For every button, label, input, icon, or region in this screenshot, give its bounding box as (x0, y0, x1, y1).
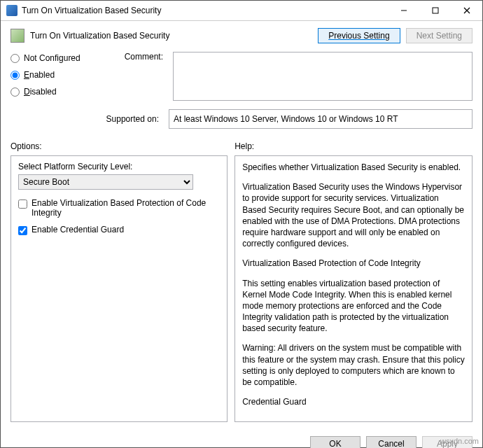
radio-not-configured[interactable]: Not Configured (10, 53, 94, 63)
footer: OK Cancel Apply (1, 429, 482, 448)
options-panel: Select Platform Security Level: Secure B… (10, 155, 227, 422)
previous-setting-label: Previous Setting (328, 31, 389, 41)
help-p1: Specifies whether Virtualization Based S… (242, 162, 465, 173)
checkbox-cg-row[interactable]: Enable Credential Guard (18, 225, 220, 235)
help-p5: Warning: All drivers on the system must … (242, 342, 465, 388)
help-section: Help: Specifies whether Virtualization B… (234, 141, 472, 422)
previous-setting-button[interactable]: Previous Setting (318, 28, 400, 43)
nav-buttons: Previous Setting Next Setting (318, 28, 472, 43)
supported-field: At least Windows 10 Server, Windows 10 o… (169, 109, 472, 129)
watermark: wsxdn.com (440, 437, 479, 445)
radio-not-configured-label: Not Configured (24, 53, 80, 63)
select-platform-label: Select Platform Security Level: (18, 162, 220, 172)
policy-title: Turn On Virtualization Based Security (30, 31, 169, 41)
radio-enabled[interactable]: Enabled (10, 70, 94, 80)
options-section: Options: Select Platform Security Level:… (10, 141, 227, 422)
comment-input[interactable] (173, 52, 472, 101)
supported-label: Supported on: (10, 114, 164, 124)
ok-button[interactable]: OK (310, 436, 360, 448)
radio-column: Not Configured Enabled Disabled (10, 52, 94, 97)
titlebar-left: Turn On Virtualization Based Security (6, 5, 161, 16)
svg-rect-1 (433, 8, 438, 13)
header-row: Turn On Virtualization Based Security Pr… (10, 28, 472, 43)
checkbox-cg-label: Enable Credential Guard (31, 225, 124, 234)
state-grid: Not Configured Enabled Disabled Comment: (10, 52, 472, 101)
close-button[interactable] (451, 1, 482, 20)
radio-enabled-input[interactable] (10, 71, 20, 80)
radio-not-configured-input[interactable] (10, 54, 20, 63)
next-setting-button[interactable]: Next Setting (406, 28, 472, 43)
radio-disabled[interactable]: Disabled (10, 87, 94, 97)
supported-row: Supported on: At least Windows 10 Server… (10, 109, 472, 129)
cancel-button[interactable]: Cancel (366, 436, 416, 448)
platform-security-select[interactable]: Secure Boot (18, 174, 193, 190)
titlebar: Turn On Virtualization Based Security (1, 1, 482, 21)
window-title: Turn On Virtualization Based Security (22, 6, 161, 15)
supported-text: At least Windows 10 Server, Windows 10 o… (174, 114, 398, 124)
policy-icon (10, 29, 24, 43)
radio-disabled-label: Disabled (24, 87, 57, 97)
help-p2: Virtualization Based Security uses the W… (242, 181, 465, 249)
dialog-window: Turn On Virtualization Based Security Tu… (0, 0, 483, 448)
window-controls (388, 1, 482, 20)
help-p6: Credential Guard (242, 396, 465, 407)
help-p4: This setting enables virtualization base… (242, 278, 465, 335)
radio-enabled-label: Enabled (24, 70, 55, 80)
help-panel[interactable]: Specifies whether Virtualization Based S… (234, 155, 472, 422)
checkbox-vbp-label: Enable Virtualization Based Protection o… (31, 198, 220, 218)
app-icon (6, 5, 18, 16)
radio-disabled-input[interactable] (10, 88, 20, 97)
options-label: Options: (10, 141, 227, 151)
content-area: Turn On Virtualization Based Security Pr… (1, 21, 482, 429)
checkbox-cg[interactable] (18, 226, 27, 235)
checkbox-vbp-row[interactable]: Enable Virtualization Based Protection o… (18, 198, 220, 218)
checkbox-vbp[interactable] (18, 200, 27, 209)
maximize-button[interactable] (419, 1, 451, 20)
sections: Options: Select Platform Security Level:… (10, 141, 472, 422)
comment-label: Comment: (99, 52, 169, 62)
header-left: Turn On Virtualization Based Security (10, 29, 169, 43)
next-setting-label: Next Setting (416, 31, 462, 41)
help-label: Help: (234, 141, 472, 151)
help-p3: Virtualization Based Protection of Code … (242, 258, 465, 269)
minimize-button[interactable] (388, 1, 419, 20)
